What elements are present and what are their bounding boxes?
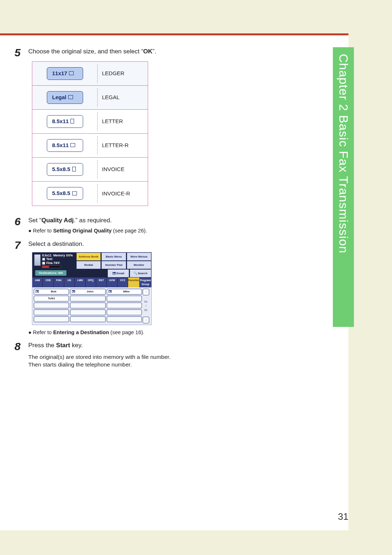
step-text: Press the Start key. The original(s) are… bbox=[28, 341, 174, 369]
left-column: 5 Choose the original size, and then sel… bbox=[15, 47, 174, 369]
alpha-tab[interactable]: XYZ bbox=[118, 278, 128, 287]
size-label: 8.5x11 bbox=[42, 254, 52, 257]
email-icon bbox=[36, 290, 39, 293]
paper-orientation-icon bbox=[70, 119, 74, 123]
contact-list: BobJohnMikeTel01 ↑ 01 / 01 ↓ bbox=[32, 287, 151, 325]
scan-info: 8.5x11 Memory XX% ▣ Text ▦ Fine.TIFF Des… bbox=[32, 252, 76, 278]
step-text: Select a destination. 8.5x11 Memory XX% … bbox=[28, 240, 174, 336]
size-row: 8.5x11LETTER bbox=[32, 110, 148, 134]
alpha-tab[interactable]: OPQ bbox=[86, 278, 96, 287]
screen-tab[interactable]: Redial bbox=[76, 261, 101, 269]
text: Choose the original size, and then selec… bbox=[28, 48, 143, 55]
text-bold: Quality Adj bbox=[41, 217, 74, 224]
step-number: 6 bbox=[15, 216, 28, 235]
contact-item bbox=[107, 296, 142, 301]
email-tab[interactable]: Email bbox=[107, 269, 129, 278]
contact-item[interactable]: John bbox=[70, 289, 105, 295]
bullet-icon: ● Refer to bbox=[28, 329, 53, 335]
contact-item[interactable]: Mike bbox=[107, 289, 142, 295]
email-icon bbox=[113, 272, 116, 275]
text: Press the bbox=[28, 342, 56, 349]
contact-item[interactable]: Bob bbox=[34, 289, 69, 295]
contact-item bbox=[34, 316, 69, 322]
step-7: 7 Select a destination. 8.5x11 Memory XX… bbox=[15, 240, 174, 336]
email-icon bbox=[72, 290, 75, 293]
text: (see page 16). bbox=[109, 329, 144, 335]
text: key. bbox=[70, 342, 83, 349]
step-6: 6 Set “Quality Adj.” as required. ● Refe… bbox=[15, 216, 174, 235]
screen-tab[interactable]: Address Book bbox=[76, 252, 101, 261]
size-label: LEDGER bbox=[98, 66, 148, 80]
paper-orientation-icon bbox=[72, 191, 77, 195]
alpha-tab[interactable]: Favorites bbox=[128, 278, 140, 287]
step-number: 5 bbox=[15, 47, 28, 212]
size-button[interactable]: 11x17 bbox=[47, 67, 83, 80]
header-red-rule bbox=[0, 33, 348, 35]
contact-item bbox=[70, 309, 105, 315]
bullet-icon: ● Refer to bbox=[28, 228, 53, 234]
size-button[interactable]: 8.5x11 bbox=[47, 139, 83, 152]
step-text: Set “Quality Adj.” as required. ● Refer … bbox=[28, 216, 174, 235]
original-size-table: 11x17LEDGERLegalLEGAL8.5x11LETTER8.5x11L… bbox=[32, 61, 148, 206]
text-bold: Start bbox=[56, 342, 70, 349]
alpha-tab[interactable]: IJK bbox=[64, 278, 75, 287]
paragraph: The original(s) are stored into memory w… bbox=[28, 353, 174, 369]
size-button[interactable]: Legal bbox=[47, 91, 83, 104]
link-text: Entering a Destination bbox=[53, 329, 109, 335]
memory-label: Memory XX% bbox=[53, 254, 73, 257]
paper-orientation-icon bbox=[70, 143, 75, 147]
step-8: 8 Press the Start key. The original(s) a… bbox=[15, 341, 174, 369]
link-text: Setting Original Quality bbox=[53, 228, 111, 234]
mode-label: Text bbox=[46, 257, 52, 261]
size-label: LEGAL bbox=[98, 90, 148, 104]
contact-item bbox=[107, 316, 142, 322]
alpha-tab[interactable]: #AB bbox=[32, 278, 43, 287]
text-bold: OK bbox=[143, 48, 153, 55]
text: (see page 26). bbox=[112, 228, 147, 234]
text: Select a destination. bbox=[28, 240, 84, 247]
contact-item bbox=[70, 316, 105, 322]
alpha-tab[interactable]: CDE bbox=[43, 278, 53, 287]
alpha-tab[interactable]: LMN bbox=[75, 278, 85, 287]
size-button[interactable]: 5.5x8.5 bbox=[47, 163, 83, 176]
page-indicator: 01 / 01 bbox=[144, 300, 148, 312]
page-number: 31 bbox=[338, 511, 348, 522]
screen-tab[interactable]: Basic Menu bbox=[101, 252, 126, 261]
scroll-controls: ↑ 01 / 01 ↓ bbox=[142, 289, 150, 323]
size-label: INVOICE-R bbox=[98, 187, 148, 200]
size-button[interactable]: 8.5x11 bbox=[47, 115, 83, 128]
document-preview-icon bbox=[34, 254, 41, 266]
paper-orientation-icon bbox=[72, 167, 76, 171]
alpha-tab[interactable]: Program/ Group bbox=[140, 278, 151, 287]
alpha-tab[interactable]: RST bbox=[96, 278, 107, 287]
text: ”. bbox=[152, 48, 156, 55]
screen-tab[interactable]: Number Pad bbox=[101, 261, 126, 269]
chapter-title: Chapter 2 Basic Fax Transmission bbox=[336, 47, 351, 254]
text: Set “ bbox=[28, 217, 41, 224]
alpha-tab[interactable]: UVW bbox=[107, 278, 117, 287]
size-button[interactable]: 5.5x8.5 bbox=[47, 187, 83, 200]
step-text: Choose the original size, and then selec… bbox=[28, 47, 174, 212]
size-row: 5.5x8.5INVOICE-R bbox=[32, 182, 148, 206]
step-5: 5 Choose the original size, and then sel… bbox=[15, 47, 174, 212]
paper-orientation-icon bbox=[68, 95, 73, 99]
email-icon bbox=[109, 290, 112, 293]
scroll-down-button[interactable]: ↓ bbox=[143, 317, 149, 323]
scroll-up-button[interactable]: ↑ bbox=[143, 289, 149, 295]
step-number: 8 bbox=[15, 341, 28, 369]
contact-item bbox=[70, 296, 105, 301]
screen-tab[interactable]: Monitor bbox=[127, 261, 151, 269]
alpha-tab[interactable]: FGH bbox=[54, 278, 64, 287]
sub-note: ● Refer to Entering a Destination (see p… bbox=[28, 329, 174, 336]
screen-tab[interactable]: More Menus bbox=[127, 252, 151, 261]
size-row: 11x17LEDGER bbox=[32, 62, 148, 86]
contact-item[interactable]: Tel01 bbox=[34, 296, 69, 301]
destinations-count[interactable]: Destinations: 000 bbox=[35, 270, 66, 276]
meter-icon bbox=[42, 266, 61, 268]
destination-screen: 8.5x11 Memory XX% ▣ Text ▦ Fine.TIFF Des… bbox=[32, 252, 152, 325]
search-tab[interactable]: 🔍 Search bbox=[130, 269, 151, 278]
paper-orientation-icon bbox=[69, 71, 74, 75]
sub-note: ● Refer to Setting Original Quality (see… bbox=[28, 227, 174, 234]
page-content-frame: 5 Choose the original size, and then sel… bbox=[0, 36, 348, 530]
chapter-tab: Chapter 2 Basic Fax Transmission bbox=[333, 47, 354, 327]
